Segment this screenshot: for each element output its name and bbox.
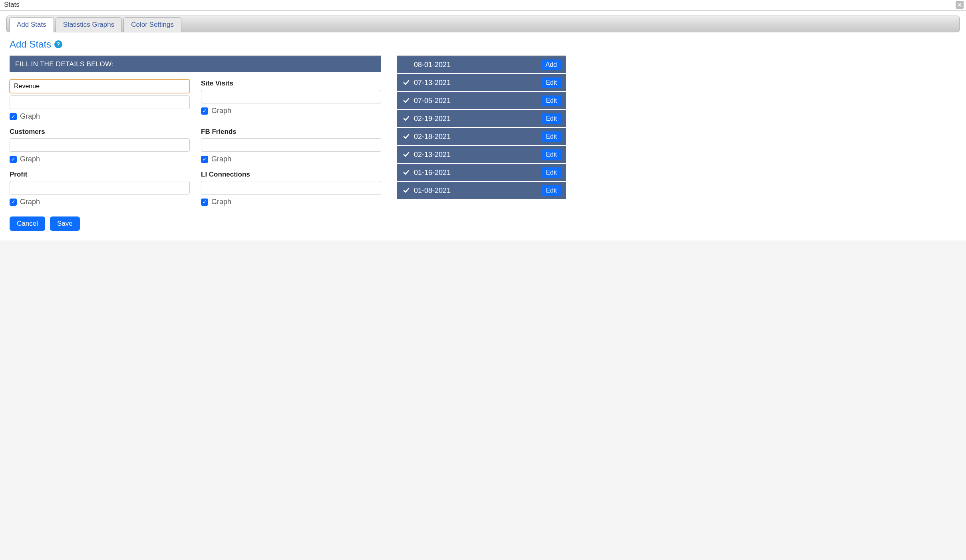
- date-left: 02-19-2021: [403, 115, 451, 123]
- date-text: 02-19-2021: [414, 115, 451, 123]
- check-icon: [403, 79, 410, 86]
- date-row: 08-01-2021 Add: [397, 56, 566, 73]
- date-row: 02-13-2021 Edit: [397, 146, 566, 163]
- field-customers: Customers Graph: [10, 128, 190, 167]
- graph-label: Graph: [211, 198, 231, 206]
- field-revenue: Graph: [10, 79, 190, 125]
- title-bar: Stats: [0, 0, 966, 11]
- graph-label: Graph: [20, 155, 40, 163]
- date-left: 02-13-2021: [403, 151, 451, 159]
- graph-toggle-row: Graph: [201, 107, 381, 115]
- edit-date-button[interactable]: Edit: [541, 149, 562, 160]
- close-icon[interactable]: [956, 1, 964, 9]
- customers-graph-checkbox[interactable]: [10, 156, 17, 163]
- date-row: 02-18-2021 Edit: [397, 128, 566, 145]
- date-left: 07-13-2021: [403, 79, 451, 87]
- date-list: 08-01-2021 Add 07-13-2021 Edit: [397, 55, 566, 200]
- li-connections-input[interactable]: [201, 181, 381, 195]
- date-left: 02-18-2021: [403, 133, 451, 141]
- date-row: 02-19-2021 Edit: [397, 110, 566, 127]
- field-label: FB Friends: [201, 128, 381, 136]
- tab-label: Statistics Graphs: [63, 21, 115, 28]
- date-row: 07-13-2021 Edit: [397, 74, 566, 91]
- tab-panel-add-stats: Add Stats ? FILL IN THE DETAILS BELOW:: [6, 32, 960, 240]
- main-columns: FILL IN THE DETAILS BELOW: Graph: [10, 55, 956, 231]
- edit-date-button[interactable]: Edit: [541, 167, 562, 178]
- li-connections-graph-checkbox[interactable]: [201, 199, 208, 206]
- date-left: 08-01-2021: [403, 61, 451, 69]
- date-text: 01-08-2021: [414, 187, 451, 195]
- field-li-connections: LI Connections Graph: [201, 171, 381, 210]
- field-label: Customers: [10, 128, 190, 136]
- date-row: 01-08-2021 Edit: [397, 182, 566, 199]
- date-text: 01-16-2021: [414, 169, 451, 177]
- field-label: LI Connections: [201, 171, 381, 179]
- field-profit: Profit Graph: [10, 171, 190, 210]
- site-visits-input[interactable]: [201, 90, 381, 103]
- date-text: 07-05-2021: [414, 97, 451, 105]
- profit-graph-checkbox[interactable]: [10, 199, 17, 206]
- tab-label: Add Stats: [17, 21, 46, 28]
- date-text: 02-13-2021: [414, 151, 451, 159]
- tab-color-settings[interactable]: Color Settings: [123, 17, 181, 32]
- graph-toggle-row: Graph: [10, 155, 190, 163]
- date-row: 07-05-2021 Edit: [397, 92, 566, 109]
- date-row: 01-16-2021 Edit: [397, 164, 566, 181]
- edit-date-button[interactable]: Edit: [541, 131, 562, 142]
- date-text: 07-13-2021: [414, 79, 451, 87]
- graph-label: Graph: [211, 155, 231, 163]
- check-icon: [403, 97, 410, 104]
- edit-date-button[interactable]: Edit: [541, 113, 562, 124]
- help-icon[interactable]: ?: [54, 40, 62, 48]
- field-label: Profit: [10, 171, 190, 179]
- tabs-bar: Add Stats Statistics Graphs Color Settin…: [6, 16, 960, 32]
- field-label: Site Visits: [201, 79, 381, 87]
- date-left: 07-05-2021: [403, 97, 451, 105]
- form-buttons: Cancel Save: [10, 216, 381, 231]
- graph-toggle-row: Graph: [201, 198, 381, 206]
- date-left: 01-08-2021: [403, 187, 451, 195]
- empty-area: [0, 240, 966, 432]
- date-left: 01-16-2021: [403, 169, 451, 177]
- graph-toggle-row: Graph: [10, 198, 190, 206]
- fb-friends-graph-checkbox[interactable]: [201, 156, 208, 163]
- revenue-graph-checkbox[interactable]: [10, 113, 17, 120]
- field-site-visits: Site Visits Graph: [201, 79, 381, 125]
- graph-label: Graph: [211, 107, 231, 115]
- window-title: Stats: [4, 1, 20, 9]
- tab-statistics-graphs[interactable]: Statistics Graphs: [56, 17, 122, 32]
- date-text: 08-01-2021: [414, 61, 451, 69]
- edit-date-button[interactable]: Edit: [541, 95, 562, 106]
- add-date-button[interactable]: Add: [541, 60, 562, 70]
- tab-add-stats[interactable]: Add Stats: [9, 17, 54, 32]
- check-icon: [403, 115, 410, 122]
- page-heading-row: Add Stats ?: [10, 39, 956, 50]
- customers-input[interactable]: [10, 138, 190, 152]
- edit-date-button[interactable]: Edit: [541, 185, 562, 196]
- graph-toggle-row: Graph: [201, 155, 381, 163]
- check-icon: [403, 151, 410, 158]
- date-text: 02-18-2021: [414, 133, 451, 141]
- cancel-button[interactable]: Cancel: [10, 216, 45, 231]
- fb-friends-input[interactable]: [201, 138, 381, 152]
- form-grid: Graph Site Visits Graph: [10, 72, 381, 210]
- graph-label: Graph: [20, 198, 40, 206]
- content: Add Stats Statistics Graphs Color Settin…: [0, 11, 966, 240]
- save-button[interactable]: Save: [50, 216, 80, 231]
- page-heading: Add Stats: [10, 39, 51, 50]
- revenue-extra-input[interactable]: [10, 95, 190, 109]
- graph-label: Graph: [20, 112, 40, 121]
- revenue-input[interactable]: [10, 79, 190, 93]
- check-icon-placeholder: [403, 61, 410, 68]
- field-fb-friends: FB Friends Graph: [201, 128, 381, 167]
- profit-input[interactable]: [10, 181, 190, 195]
- tab-label: Color Settings: [131, 21, 174, 28]
- check-icon: [403, 133, 410, 140]
- stats-dialog: Stats Add Stats Statistics Graphs Color …: [0, 0, 966, 432]
- form-area: FILL IN THE DETAILS BELOW: Graph: [10, 55, 381, 231]
- check-icon: [403, 187, 410, 194]
- graph-toggle-row: Graph: [10, 112, 190, 121]
- check-icon: [403, 169, 410, 176]
- site-visits-graph-checkbox[interactable]: [201, 107, 208, 115]
- edit-date-button[interactable]: Edit: [541, 77, 562, 88]
